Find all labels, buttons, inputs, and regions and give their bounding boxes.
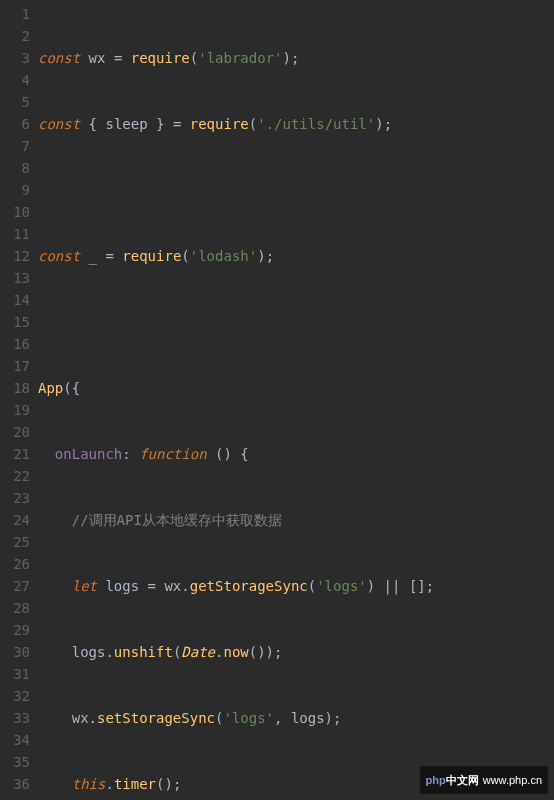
code-line: const _ = require('lodash'); (38, 245, 554, 267)
line-number: 22 (0, 465, 30, 487)
line-number: 32 (0, 685, 30, 707)
line-number: 23 (0, 487, 30, 509)
code-line: App({ (38, 377, 554, 399)
line-number: 17 (0, 355, 30, 377)
watermark-brand: php中文网 (426, 769, 479, 791)
line-number: 25 (0, 531, 30, 553)
line-number: 27 (0, 575, 30, 597)
line-number: 30 (0, 641, 30, 663)
line-number: 9 (0, 179, 30, 201)
line-number-gutter: 1 2 3 4 5 6 7 8 9 10 11 12 13 14 15 16 1… (0, 3, 38, 800)
line-number: 14 (0, 289, 30, 311)
watermark-site: www.php.cn (483, 769, 542, 791)
code-line: let logs = wx.getStorageSync('logs') || … (38, 575, 554, 597)
line-number: 6 (0, 113, 30, 135)
code-line: wx.setStorageSync('logs', logs); (38, 707, 554, 729)
line-number: 19 (0, 399, 30, 421)
line-number: 7 (0, 135, 30, 157)
code-line (38, 311, 554, 333)
code-line: onLaunch: function () { (38, 443, 554, 465)
line-number: 16 (0, 333, 30, 355)
line-number: 20 (0, 421, 30, 443)
line-number: 18 (0, 377, 30, 399)
line-number: 15 (0, 311, 30, 333)
line-number: 21 (0, 443, 30, 465)
line-number: 10 (0, 201, 30, 223)
code-line: //调用API从本地缓存中获取数据 (38, 509, 554, 531)
line-number: 33 (0, 707, 30, 729)
line-number: 8 (0, 157, 30, 179)
code-content: const wx = require('labrador'); const { … (38, 3, 554, 800)
line-number: 2 (0, 25, 30, 47)
line-number: 1 (0, 3, 30, 25)
line-number: 34 (0, 729, 30, 751)
line-number: 29 (0, 619, 30, 641)
line-number: 26 (0, 553, 30, 575)
line-number: 11 (0, 223, 30, 245)
code-line: const { sleep } = require('./utils/util'… (38, 113, 554, 135)
line-number: 24 (0, 509, 30, 531)
line-number: 4 (0, 69, 30, 91)
code-line: const wx = require('labrador'); (38, 47, 554, 69)
line-number: 28 (0, 597, 30, 619)
code-line: logs.unshift(Date.now()); (38, 641, 554, 663)
line-number: 13 (0, 267, 30, 289)
line-number: 5 (0, 91, 30, 113)
code-line (38, 179, 554, 201)
line-number: 35 (0, 751, 30, 773)
watermark-badge: php中文网 www.php.cn (420, 766, 548, 794)
line-number: 36 (0, 773, 30, 795)
line-number: 3 (0, 47, 30, 69)
line-number: 31 (0, 663, 30, 685)
line-number: 12 (0, 245, 30, 267)
code-editor: 1 2 3 4 5 6 7 8 9 10 11 12 13 14 15 16 1… (0, 0, 554, 800)
